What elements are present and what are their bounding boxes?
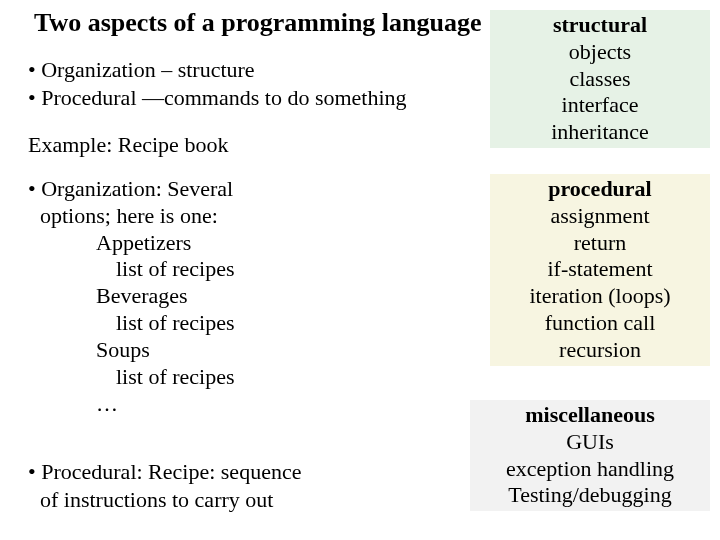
panel-misc-header: miscellaneous — [470, 402, 710, 429]
org-beverages: Beverages — [96, 283, 235, 310]
organization-example: • Organization: Several options; here is… — [28, 176, 235, 417]
org-list: list of recipes — [116, 310, 235, 337]
org-line: • Organization: Several — [28, 176, 235, 203]
org-list: list of recipes — [116, 256, 235, 283]
org-line: options; here is one: — [40, 203, 235, 230]
org-ellipsis: … — [96, 391, 235, 418]
panel-procedural-header: procedural — [490, 176, 710, 203]
proc-line: of instructions to carry out — [40, 486, 301, 514]
bullet-procedural: • Procedural —commands to do something — [28, 84, 407, 112]
bullet-organization: • Organization – structure — [28, 56, 407, 84]
panel-structural: structural objects classes interface inh… — [490, 10, 710, 148]
org-soups: Soups — [96, 337, 235, 364]
panel-misc-item: Testing/debugging — [470, 482, 710, 509]
org-appetizers: Appetizers — [96, 230, 235, 257]
panel-structural-item: inheritance — [490, 119, 710, 146]
panel-procedural-item: recursion — [490, 337, 710, 364]
panel-structural-header: structural — [490, 12, 710, 39]
panel-misc-item: GUIs — [470, 429, 710, 456]
panel-structural-item: interface — [490, 92, 710, 119]
panel-miscellaneous: miscellaneous GUIs exception handling Te… — [470, 400, 710, 511]
panel-procedural-item: iteration (loops) — [490, 283, 710, 310]
panel-procedural-item: return — [490, 230, 710, 257]
panel-structural-item: objects — [490, 39, 710, 66]
slide-title: Two aspects of a programming language — [34, 8, 482, 38]
panel-misc-item: exception handling — [470, 456, 710, 483]
org-list: list of recipes — [116, 364, 235, 391]
panel-procedural-item: if-statement — [490, 256, 710, 283]
panel-procedural: procedural assignment return if-statemen… — [490, 174, 710, 366]
slide: Two aspects of a programming language • … — [0, 0, 720, 540]
panel-procedural-item: assignment — [490, 203, 710, 230]
top-bullets: • Organization – structure • Procedural … — [28, 56, 407, 111]
proc-line: • Procedural: Recipe: sequence — [28, 458, 301, 486]
panel-structural-item: classes — [490, 66, 710, 93]
procedural-example: • Procedural: Recipe: sequence of instru… — [28, 458, 301, 513]
panel-procedural-item: function call — [490, 310, 710, 337]
example-heading: Example: Recipe book — [28, 132, 228, 158]
